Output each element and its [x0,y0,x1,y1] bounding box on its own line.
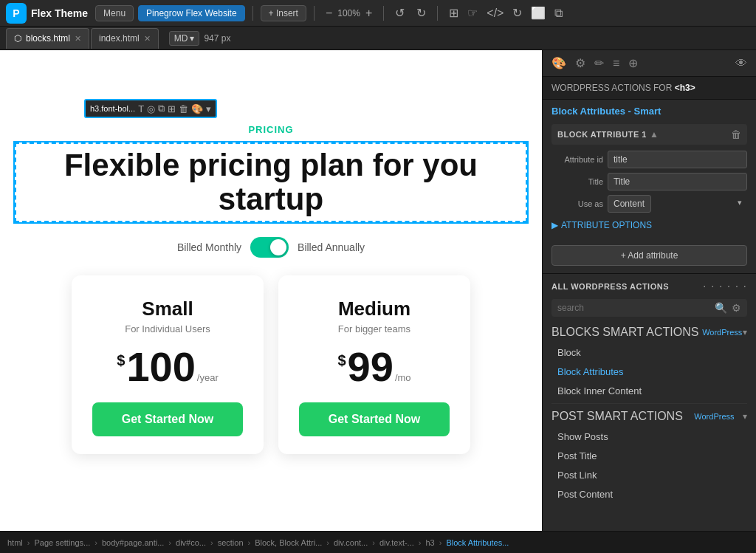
ba-up-icon[interactable]: ▲ [650,129,659,140]
wp-item-block-inner-content[interactable]: Block Inner Content [551,382,747,400]
sb-page-settings[interactable]: Page settings... [34,538,90,547]
sb-html[interactable]: html [7,538,23,547]
wp-item-block-attributes[interactable]: Block Attributes [551,363,747,381]
copy-icon[interactable]: ⧉ [158,103,165,114]
sb-chevron-2: › [168,538,171,547]
panel-icon-wp[interactable]: ⊕ [625,53,641,73]
right-panel: 🎨 ⚙ ✏ ≡ ⊕ 👁 WORDPRESS ACTIONS FOR <h3> B… [542,50,756,531]
wp-item-post-content[interactable]: Post Content [551,485,747,504]
ba-delete-icon[interactable]: 🗑 [731,128,741,140]
ba-title-input[interactable] [608,173,747,190]
zoom-in-button[interactable]: + [362,5,376,21]
search-icon: 🔍 [715,302,727,314]
ba-attribute-id-input[interactable] [608,151,747,168]
panel-eye-icon[interactable]: 👁 [732,54,750,73]
pricing-cards: Small For Individual Users $ 100 /year G… [72,275,470,454]
wp-actions-for-label: WORDPRESS ACTIONS FOR [551,83,672,93]
resize-button[interactable]: ⧉ [551,5,566,21]
topbar-separator-3 [383,6,384,21]
all-wp-actions-section: ALL WORDPRESS ACTIONS · · · · · · 🔍 ⚙ BL… [543,273,756,504]
breakpoint-selector[interactable]: MD ▾ [169,31,200,46]
pointer-button[interactable]: ☞ [464,4,481,21]
billing-toggle-switch[interactable] [250,237,289,258]
table-icon[interactable]: ⊞ [168,103,176,114]
post-smart-group-header[interactable]: POST SMART ACTIONS WordPress ▾ [551,403,747,426]
ba-attr-opts-chevron: ▶ [551,220,558,230]
sb-section[interactable]: section [218,538,244,547]
breakpoint-chevron: ▾ [190,33,194,44]
ba-title-label: Title [551,177,603,186]
block-attribute-form: BLOCK ATTRIBUTE 1 ▲ 🗑 Attribute id Title… [543,120,756,242]
wp-item-post-title[interactable]: Post Title [551,447,747,465]
card-medium-name: Medium [338,298,410,320]
sb-h3[interactable]: h3 [425,538,434,547]
card-small-amount: 100 [126,346,195,388]
wp-search-input[interactable] [557,303,710,313]
code-button[interactable]: </> [483,5,507,21]
ba-title: BLOCK ATTRIBUTE 1 ▲ [557,129,659,140]
ba-use-as-label: Use as [551,199,603,208]
chevron-down-icon[interactable]: ▾ [206,103,211,114]
tab-blocks-close[interactable]: ✕ [75,34,81,44]
panel-icon-settings[interactable]: ⚙ [572,53,588,73]
paint-icon[interactable]: 🎨 [191,103,203,114]
breakpoint-value: MD [174,33,188,44]
sb-body[interactable]: body#page.anti... [102,538,164,547]
wp-actions-element: <h3> [675,83,695,93]
target-icon[interactable]: ◎ [147,103,155,114]
block-attributes-smart-title: Block Attributes - Smart [543,100,756,120]
zoom-area: − 100% + [322,5,376,21]
pricing-title: Flexible pricing plan for you startup [15,142,527,222]
card-medium-amount: 99 [348,346,394,388]
pricing-card-medium: Medium For bigger teams $ 99 /mo Get Sta… [278,275,470,454]
ba-use-as-field: Use as Content Class Style HTML [551,195,747,213]
panel-icon-actions[interactable]: ≡ [610,54,622,73]
blocks-smart-group-name: BLOCKS SMART ACTIONS [551,326,698,339]
blocks-smart-group-header[interactable]: BLOCKS SMART ACTIONS WordPress ▾ [551,323,747,342]
sb-chevron-0: › [27,538,30,547]
sb-div-cont[interactable]: div.cont... [334,538,368,547]
ba-use-as-select-wrap: Content Class Style HTML [608,195,747,213]
ba-attribute-options[interactable]: ▶ ATTRIBUTE OPTIONS [551,217,747,235]
undo-button[interactable]: ↺ [391,4,408,21]
zoom-out-button[interactable]: − [322,5,336,21]
panel-icon-brush[interactable]: 🎨 [549,53,569,73]
card-medium-cta[interactable]: Get Started Now [299,402,450,436]
wp-item-post-link[interactable]: Post Link [551,466,747,484]
menu-button[interactable]: Menu [95,5,134,21]
insert-button[interactable]: + Insert [261,5,306,21]
tab-blocks[interactable]: ⬡ blocks.html ✕ [6,28,89,49]
card-small-cta[interactable]: Get Started Now [92,402,243,436]
all-wp-dots-menu[interactable]: · · · · · · [703,280,747,293]
grid-view-button[interactable]: ⊞ [445,4,462,21]
redo-button[interactable]: ↻ [413,4,430,21]
text-icon[interactable]: T [138,103,144,114]
sb-chevron-5: › [326,538,329,547]
tab-index[interactable]: index.html ✕ [91,28,159,49]
card-medium-desc: For bigger teams [338,323,410,334]
app-title: Flex Theme [31,7,88,19]
all-wp-title: ALL WORDPRESS ACTIONS [551,282,669,291]
panel-icon-pen[interactable]: ✏ [591,53,607,73]
topbar-separator-4 [437,6,438,21]
ba-use-as-select[interactable]: Content Class Style HTML [608,195,651,213]
delete-icon[interactable]: 🗑 [179,103,188,114]
sb-block-attri[interactable]: Block, Block Attri... [255,538,322,547]
tab-index-close[interactable]: ✕ [144,34,151,44]
screen-button[interactable]: ⬜ [527,4,549,21]
filter-icon[interactable]: ⚙ [732,302,741,314]
pinegrow-button[interactable]: Pinegrow Flex Website [138,5,245,21]
refresh-button[interactable]: ↻ [509,4,526,21]
view-buttons: ⊞ ☞ </> ↻ ⬜ ⧉ [445,4,566,21]
app-icon: P [6,3,27,24]
sb-block-attributes[interactable]: Block Attributes... [446,538,509,547]
all-wp-header: ALL WORDPRESS ACTIONS · · · · · · [551,280,747,293]
sb-div-co[interactable]: div#co... [176,538,206,547]
wp-item-block[interactable]: Block [551,343,747,362]
wp-item-show-posts[interactable]: Show Posts [551,427,747,446]
sb-chevron-7: › [419,538,422,547]
canvas[interactable]: h3.font-bol... T ◎ ⧉ ⊞ 🗑 🎨 ▾ PRICING Fle… [0,50,542,531]
sb-div-text[interactable]: div.text-... [379,538,414,547]
blocks-smart-items: Block Block Attributes Block Inner Conte… [551,343,747,400]
add-attribute-button[interactable]: + Add attribute [551,245,747,266]
